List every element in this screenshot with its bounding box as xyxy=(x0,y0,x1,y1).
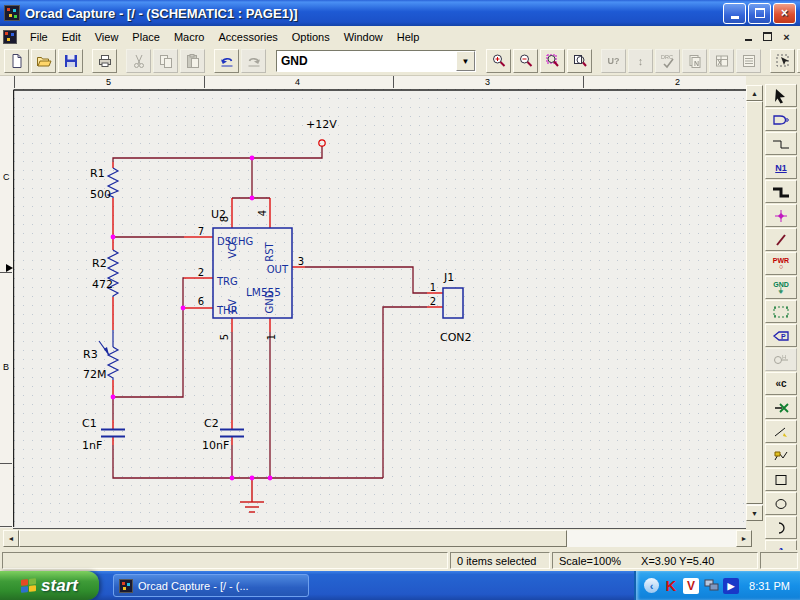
tool-place-wire[interactable] xyxy=(765,132,797,155)
tool-place-polyline[interactable] xyxy=(765,444,797,467)
tool-place-rectangle[interactable] xyxy=(765,468,797,491)
selection-filter-button[interactable] xyxy=(770,49,795,73)
tool-place-hierarchical-block[interactable] xyxy=(765,300,797,323)
menu-view[interactable]: View xyxy=(88,29,126,45)
minimize-button[interactable] xyxy=(723,3,746,24)
cut-button[interactable] xyxy=(126,49,151,73)
mdi-close-button[interactable]: × xyxy=(779,30,794,43)
menu-options[interactable]: Options xyxy=(285,29,337,45)
bill-of-materials-button[interactable] xyxy=(736,49,761,73)
restore-button[interactable] xyxy=(748,3,771,24)
horizontal-scroll-thumb[interactable] xyxy=(19,530,567,547)
c2-value[interactable]: 10nF xyxy=(202,439,229,452)
close-button[interactable]: × xyxy=(773,3,796,24)
capacitor-c2[interactable]: C2 10nF xyxy=(202,417,244,452)
menu-help[interactable]: Help xyxy=(390,29,427,45)
tray-antivirus-icon[interactable]: K xyxy=(663,578,679,594)
zoom-out-button[interactable] xyxy=(513,49,538,73)
start-button[interactable]: start xyxy=(0,571,99,600)
tool-place-part[interactable] xyxy=(765,108,797,131)
ground-symbol[interactable] xyxy=(240,478,264,512)
tool-place-no-connect[interactable] xyxy=(765,396,797,419)
c1-value[interactable]: 1nF xyxy=(82,439,102,452)
save-floppy-icon xyxy=(63,53,79,69)
create-netlist-button[interactable]: N xyxy=(682,49,707,73)
part-combo-box[interactable]: GND ▼ xyxy=(276,50,476,72)
tool-select[interactable] xyxy=(765,84,797,107)
resistor-r3[interactable]: R3 72M xyxy=(83,330,118,381)
redo-button[interactable] xyxy=(241,49,266,73)
net-alias-icon: N1 xyxy=(775,163,787,173)
scroll-right-button[interactable]: ► xyxy=(736,530,752,547)
menu-window[interactable]: Window xyxy=(337,29,390,45)
tool-place-bus-entry[interactable] xyxy=(765,228,797,251)
combo-dropdown-arrow[interactable]: ▼ xyxy=(456,51,475,71)
r3-ref[interactable]: R3 xyxy=(83,348,98,361)
r2-value[interactable]: 472 xyxy=(92,278,113,291)
menu-macro[interactable]: Macro xyxy=(167,29,212,45)
print-button[interactable] xyxy=(92,49,117,73)
vertical-scrollbar[interactable]: ▲ ▼ xyxy=(746,85,763,521)
tray-player-icon[interactable]: ▶ xyxy=(723,578,739,594)
zoom-area-button[interactable] xyxy=(540,49,565,73)
menu-edit[interactable]: Edit xyxy=(55,29,88,45)
tool-place-ellipse[interactable] xyxy=(765,492,797,515)
window-title: Orcad Capture - [/ - (SCHEMATIC1 : PAGE1… xyxy=(25,6,298,21)
design-rules-check-button[interactable]: DRC xyxy=(655,49,680,73)
back-annotate-button[interactable]: ↕ xyxy=(628,49,653,73)
annotate-button[interactable]: U? xyxy=(601,49,626,73)
power-net-label[interactable]: +12V xyxy=(306,118,337,131)
new-document-button[interactable] xyxy=(4,49,29,73)
tool-place-ground[interactable]: GND⏚ xyxy=(765,276,797,299)
svg-text:N: N xyxy=(694,60,699,67)
ic-u2-lm555[interactable]: U2 LM555 DSCHG TRG THR OUT VCC RST CV GN… xyxy=(198,208,304,340)
scroll-down-button[interactable]: ▼ xyxy=(746,505,763,521)
tool-place-off-page-connector[interactable]: «c xyxy=(765,372,797,395)
tool-place-port[interactable]: P xyxy=(765,324,797,347)
c1-ref[interactable]: C1 xyxy=(82,417,97,430)
save-button[interactable] xyxy=(58,49,83,73)
vertical-scroll-thumb[interactable] xyxy=(746,101,763,504)
tool-place-arc[interactable] xyxy=(765,516,797,539)
r3-value[interactable]: 72M xyxy=(83,368,107,381)
power-symbol-12v[interactable]: +12V xyxy=(306,118,337,146)
menu-place[interactable]: Place xyxy=(125,29,167,45)
undo-button[interactable] xyxy=(214,49,239,73)
hier-block-icon xyxy=(772,305,790,319)
schematic-canvas[interactable]: R1 500 R2 472 R3 72M C1 1nF C2 10nF U2 L… xyxy=(13,89,746,529)
scroll-left-button[interactable]: ◄ xyxy=(3,530,19,547)
tool-palette: N1 PWR○ GND⏚ P H «c A xyxy=(763,84,800,536)
tray-v-icon[interactable]: V xyxy=(683,578,699,594)
tool-place-power[interactable]: PWR○ xyxy=(765,252,797,275)
menu-file[interactable]: File xyxy=(23,29,55,45)
j1-ref[interactable]: J1 xyxy=(443,271,454,284)
tool-place-junction[interactable] xyxy=(765,204,797,227)
tool-place-bus[interactable] xyxy=(765,180,797,203)
capacitor-c1[interactable]: C1 1nF xyxy=(82,417,125,452)
r1-ref[interactable]: R1 xyxy=(90,167,105,180)
tool-place-pin[interactable]: H xyxy=(765,348,797,371)
mdi-restore-button[interactable] xyxy=(760,30,775,43)
mdi-minimize-button[interactable] xyxy=(741,30,756,43)
scroll-up-button[interactable]: ▲ xyxy=(746,85,763,101)
open-button[interactable] xyxy=(31,49,56,73)
zoom-all-button[interactable] xyxy=(567,49,592,73)
paste-button[interactable] xyxy=(180,49,205,73)
document-icon[interactable] xyxy=(3,30,17,44)
copy-button[interactable] xyxy=(153,49,178,73)
c2-ref[interactable]: C2 xyxy=(204,417,219,430)
tray-chevron-icon[interactable]: ‹ xyxy=(644,578,659,593)
r1-value[interactable]: 500 xyxy=(90,188,111,201)
horizontal-scrollbar[interactable]: ◄ ► xyxy=(3,530,752,547)
resistor-r2[interactable]: R2 472 xyxy=(92,250,118,297)
tool-place-line[interactable] xyxy=(765,420,797,443)
cross-reference-button[interactable]: X xyxy=(709,49,734,73)
taskbar-task-orcad[interactable]: Orcad Capture - [/ - (... xyxy=(113,574,309,597)
tool-place-net-alias[interactable]: N1 xyxy=(765,156,797,179)
tray-network-icon[interactable] xyxy=(703,578,719,594)
j1-value[interactable]: CON2 xyxy=(440,331,472,344)
menu-accessories[interactable]: Accessories xyxy=(211,29,284,45)
resistor-r1[interactable]: R1 500 xyxy=(90,167,118,201)
r2-ref[interactable]: R2 xyxy=(92,257,107,270)
zoom-in-button[interactable] xyxy=(486,49,511,73)
